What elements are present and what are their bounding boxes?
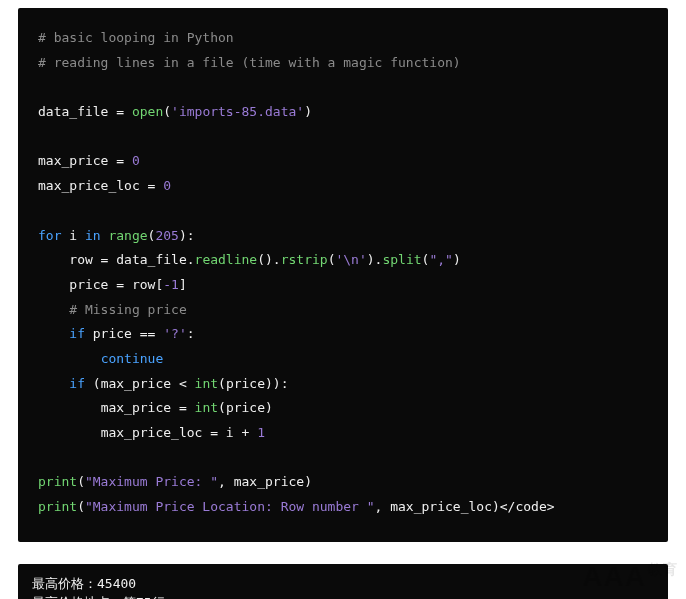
builtin: print — [38, 499, 77, 514]
code-line: # basic looping in Python — [38, 26, 648, 51]
operator: = — [93, 252, 116, 267]
identifier: data_file — [38, 104, 108, 119]
keyword: for — [38, 228, 61, 243]
operator: = — [108, 104, 131, 119]
code-line: # reading lines in a file (time with a m… — [38, 51, 648, 76]
keyword: if — [69, 376, 85, 391]
identifier: max_price — [101, 376, 171, 391]
identifier: price — [69, 277, 108, 292]
paren: ): — [179, 228, 195, 243]
code-line: max_price = int(price) — [38, 396, 648, 421]
identifier: max_price — [234, 474, 304, 489]
identifier: max_price — [38, 153, 108, 168]
code-line: if (max_price < int(price)): — [38, 372, 648, 397]
output-line: 最高价格地点：第75行 — [32, 593, 654, 599]
identifier: max_price — [101, 400, 171, 415]
keyword: in — [85, 228, 101, 243]
method: readline — [195, 252, 258, 267]
operator: + — [234, 425, 257, 440]
blank-line — [38, 125, 648, 150]
code-line: row = data_file.readline().rstrip('\n').… — [38, 248, 648, 273]
number: 0 — [132, 153, 140, 168]
code-line: for i in range(205): — [38, 224, 648, 249]
operator: == — [132, 326, 163, 341]
code-line: data_file = open('imports-85.data') — [38, 100, 648, 125]
blank-line — [38, 75, 648, 100]
identifier: price — [226, 400, 265, 415]
code-line: continue — [38, 347, 648, 372]
string: '?' — [163, 326, 186, 341]
code-line: price = row[-1] — [38, 273, 648, 298]
string: "Maximum Price Location: Row number " — [85, 499, 375, 514]
blank-line — [38, 446, 648, 471]
number: 0 — [163, 178, 171, 193]
string: 'imports-85.data' — [171, 104, 304, 119]
method: rstrip — [281, 252, 328, 267]
code-line: max_price = 0 — [38, 149, 648, 174]
string: "," — [429, 252, 452, 267]
builtin: range — [108, 228, 147, 243]
builtin: print — [38, 474, 77, 489]
output-block: 最高价格：45400 最高价格地点：第75行 — [18, 564, 668, 599]
comment: # basic looping in Python — [38, 30, 234, 45]
paren: ) — [304, 104, 312, 119]
code-line: print("Maximum Price Location: Row numbe… — [38, 495, 648, 520]
blank-line — [38, 199, 648, 224]
comment: # reading lines in a file (time with a m… — [38, 55, 461, 70]
identifier: i — [226, 425, 234, 440]
identifier: price — [93, 326, 132, 341]
code-line: if price == '?': — [38, 322, 648, 347]
identifier: row — [69, 252, 92, 267]
identifier: row — [132, 277, 155, 292]
identifier: max_price_loc — [38, 178, 140, 193]
operator: < — [171, 376, 194, 391]
operator: = — [108, 277, 131, 292]
identifier: price — [226, 376, 265, 391]
operator: = — [140, 178, 163, 193]
operator: = — [108, 153, 131, 168]
code-line: print("Maximum Price: ", max_price) — [38, 470, 648, 495]
operator: = — [202, 425, 225, 440]
keyword: continue — [101, 351, 164, 366]
number: -1 — [163, 277, 179, 292]
builtin: int — [195, 400, 218, 415]
builtin: int — [195, 376, 218, 391]
number: 1 — [257, 425, 265, 440]
code-block: # basic looping in Python # reading line… — [18, 8, 668, 542]
output-line: 最高价格：45400 — [32, 574, 654, 594]
string: '\n' — [335, 252, 366, 267]
comment: # Missing price — [69, 302, 186, 317]
identifier: max_price_loc — [390, 499, 492, 514]
code-line: max_price_loc = i + 1 — [38, 421, 648, 446]
code-line: max_price_loc = 0 — [38, 174, 648, 199]
identifier: data_file — [116, 252, 186, 267]
code-line: # Missing price — [38, 298, 648, 323]
number: 205 — [155, 228, 178, 243]
function: open — [132, 104, 163, 119]
identifier: max_price_loc — [101, 425, 203, 440]
operator: = — [171, 400, 194, 415]
identifier: i — [69, 228, 77, 243]
method: split — [382, 252, 421, 267]
paren: ( — [163, 104, 171, 119]
keyword: if — [69, 326, 85, 341]
close-code-tag: </code> — [500, 499, 555, 514]
string: "Maximum Price: " — [85, 474, 218, 489]
